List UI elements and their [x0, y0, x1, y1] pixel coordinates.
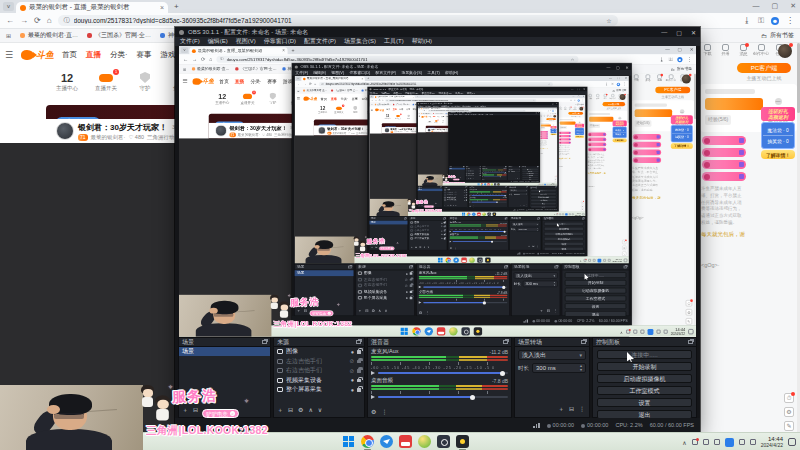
hidden-eye-icon[interactable]: ⊘	[349, 358, 354, 364]
game-category[interactable]: 三角洲行动	[147, 134, 175, 141]
widget-minimize-icon[interactable]: —	[775, 98, 782, 105]
bookmark-star-icon[interactable]: ☆	[606, 17, 611, 24]
lock-icon[interactable]	[357, 369, 361, 373]
new-tab-button[interactable]: +	[174, 2, 179, 11]
tray-settings-icon[interactable]	[714, 439, 720, 445]
creator-center-icon[interactable]: 创作中心	[755, 44, 767, 56]
tray-ime-icon[interactable]	[725, 438, 734, 447]
lock-icon[interactable]	[357, 350, 361, 354]
messages-icon[interactable]: 消息	[737, 44, 749, 56]
source-item-video-capture[interactable]: 视频采集设备 ●	[274, 376, 364, 386]
obs-titlebar[interactable]: OBS 30.1.1 - 配置文件: 未命名 - 场景: 未命名 — ▢ ✕	[175, 27, 700, 37]
download-app-icon[interactable]: 下载	[701, 44, 713, 56]
messenger-taskbar-icon[interactable]	[380, 435, 393, 448]
move-down-icon[interactable]: ∨	[318, 406, 322, 415]
streamer-avatar[interactable]	[56, 122, 74, 140]
tray-display-icon[interactable]	[739, 439, 745, 445]
gift-pill[interactable]	[702, 160, 746, 169]
apps-grid-icon[interactable]: ⊞	[6, 32, 11, 39]
menu-help[interactable]: 帮助(H)	[412, 37, 432, 46]
widget-details-button[interactable]: 了解详情！	[761, 150, 795, 159]
home-icon[interactable]: ⌂	[47, 16, 52, 25]
source-item-display-capture[interactable]: 整个屏幕采集 ●	[274, 385, 364, 395]
chat-edit-icon[interactable]: ✎	[784, 421, 794, 431]
user-avatar[interactable]	[778, 44, 792, 58]
tray-volume-icon[interactable]	[750, 439, 756, 445]
menu-docks[interactable]: 停靠窗口(D)	[264, 37, 296, 46]
duration-spinbox[interactable]: 300 ms ▴▾	[532, 363, 586, 373]
transition-select[interactable]: 淡入淡出 ▾	[518, 350, 586, 360]
lock-icon[interactable]	[357, 379, 361, 383]
go-live-icon[interactable]: 开播	[719, 44, 731, 56]
forward-icon[interactable]: →	[20, 16, 28, 25]
all-bookmarks-button[interactable]: 🗀所有书签	[761, 31, 794, 40]
popout-icon[interactable]	[262, 340, 267, 344]
quick-live-switch[interactable]: 1 直播开关	[93, 70, 119, 100]
hamburger-icon[interactable]: ☰	[5, 50, 13, 60]
chrome-taskbar-icon[interactable]	[361, 435, 374, 448]
gift-streak-widget[interactable]: — 连斩好礼高额返利 魔法袋 · 0 抽奖袋 · 0 了解详情！	[761, 98, 795, 159]
quick-guard[interactable]: 守护	[132, 70, 158, 100]
nav-live[interactable]: 直播	[86, 50, 101, 60]
start-button[interactable]	[342, 435, 355, 448]
popout-icon[interactable]	[503, 340, 508, 344]
pc-client-button[interactable]: PC客户端	[737, 63, 791, 73]
menu-file[interactable]: 文件(F)	[180, 37, 200, 46]
menu-edit[interactable]: 编辑(E)	[208, 37, 228, 46]
visible-eye-icon[interactable]: ●	[351, 387, 354, 393]
address-bar[interactable]: ⓘ douyu.com/2517831?dyshid=c8d5ac-360935…	[58, 15, 618, 26]
extensions-icon[interactable]: ⚿	[758, 16, 764, 26]
tray-app-icon[interactable]	[692, 439, 698, 445]
move-up-icon[interactable]: ∧	[308, 406, 312, 415]
studio-mode-button[interactable]: 工作室模式	[597, 386, 692, 396]
hidden-eye-icon[interactable]: ⊘	[349, 368, 354, 374]
obs-minimize-button[interactable]: —	[661, 29, 667, 36]
mixer-more-icon[interactable]: ⋮	[381, 408, 387, 415]
remove-source-icon[interactable]: ⊟	[288, 406, 293, 415]
quick-anchor-center[interactable]: 12 主播中心	[54, 70, 80, 100]
tray-mic-icon[interactable]	[703, 439, 709, 445]
start-recording-button[interactable]: 开始录制	[597, 362, 692, 372]
nav-home[interactable]: 首页	[62, 50, 77, 60]
source-item-right-guitar[interactable]: 右边吉他手们 ⊘	[274, 366, 364, 376]
source-properties-icon[interactable]: ⚙	[298, 406, 303, 415]
lock-icon[interactable]	[357, 360, 361, 364]
popout-icon[interactable]	[688, 340, 693, 344]
gift-pill[interactable]	[702, 136, 746, 145]
notification-center-icon[interactable]	[788, 438, 796, 446]
gift-pill[interactable]	[702, 148, 746, 157]
lock-icon[interactable]	[357, 388, 361, 392]
site-info-icon[interactable]: ⓘ	[64, 16, 70, 25]
game-app-taskbar-icon[interactable]	[418, 435, 431, 448]
remove-transition-icon[interactable]: ⊟	[569, 405, 574, 414]
chat-settings-icon[interactable]: ⚙	[784, 407, 794, 417]
back-icon[interactable]: ←	[6, 16, 14, 25]
source-item-image[interactable]: 图像 ●	[274, 347, 364, 357]
popout-icon[interactable]	[581, 340, 586, 344]
music-app-taskbar-icon[interactable]	[399, 435, 412, 448]
dark-app-taskbar-icon[interactable]	[437, 435, 450, 448]
popout-icon[interactable]	[356, 340, 361, 344]
visible-eye-icon[interactable]: ●	[351, 349, 354, 355]
obs-taskbar-icon[interactable]	[456, 435, 469, 448]
nav-categories[interactable]: 分类·	[110, 50, 128, 60]
settings-button[interactable]: 设置	[597, 398, 692, 408]
mic-volume-slider[interactable]	[378, 372, 508, 374]
obs-maximize-button[interactable]: ▢	[676, 29, 682, 36]
add-transition-icon[interactable]: ＋	[558, 405, 564, 414]
close-button[interactable]: ✕	[790, 0, 796, 12]
bookmark-item[interactable]: 最菜的银剑君·直…	[20, 31, 78, 40]
card-action-button[interactable]	[705, 98, 763, 110]
taskbar-clock[interactable]: 14:44 2024/4/22	[761, 436, 783, 449]
menu-view[interactable]: 视图(V)	[236, 37, 256, 46]
virtual-camera-button[interactable]: 启动虚拟摄像机	[597, 374, 692, 384]
tab-search-icon[interactable]: v	[3, 2, 14, 11]
desktop-volume-slider[interactable]	[378, 396, 508, 398]
nav-esports[interactable]: 赛事	[137, 50, 152, 60]
bookmark-item[interactable]: 《三国杀》官网·全…	[87, 31, 151, 40]
tray-expand-icon[interactable]: ∧	[682, 439, 686, 446]
menu-profile[interactable]: 配置文件(P)	[304, 37, 336, 46]
menu-scene-collection[interactable]: 场景集合(S)	[344, 37, 376, 46]
scene-item-selected[interactable]: 场景	[179, 347, 270, 356]
menu-tools[interactable]: 工具(T)	[384, 37, 404, 46]
